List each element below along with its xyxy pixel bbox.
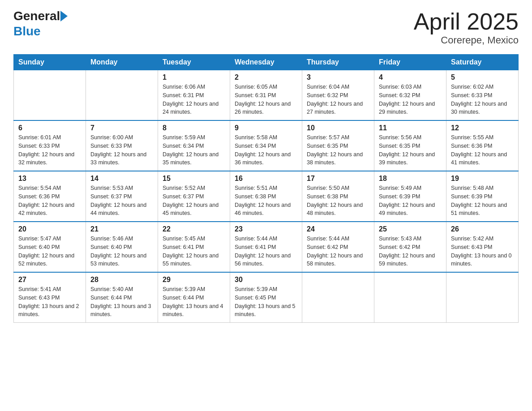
day-info: Sunrise: 5:53 AMSunset: 6:37 PMDaylight:… [90, 184, 153, 218]
day-number: 2 [235, 73, 297, 81]
day-number: 10 [307, 124, 369, 132]
calendar-cell: 8Sunrise: 5:59 AMSunset: 6:34 PMDaylight… [158, 120, 230, 171]
col-header-saturday: Saturday [446, 55, 519, 70]
day-info: Sunrise: 5:39 AMSunset: 6:44 PMDaylight:… [163, 285, 225, 319]
calendar-cell [374, 272, 446, 323]
calendar-cell: 14Sunrise: 5:53 AMSunset: 6:37 PMDayligh… [86, 171, 158, 222]
day-info: Sunrise: 5:48 AMSunset: 6:39 PMDaylight:… [451, 184, 514, 218]
col-header-wednesday: Wednesday [230, 55, 302, 70]
day-info: Sunrise: 5:41 AMSunset: 6:43 PMDaylight:… [18, 285, 81, 319]
day-number: 20 [18, 225, 81, 233]
day-info: Sunrise: 5:59 AMSunset: 6:34 PMDaylight:… [163, 133, 225, 167]
day-number: 30 [235, 276, 297, 284]
calendar-cell: 21Sunrise: 5:46 AMSunset: 6:40 PMDayligh… [86, 222, 158, 272]
day-info: Sunrise: 5:57 AMSunset: 6:35 PMDaylight:… [307, 133, 369, 167]
day-number: 12 [451, 124, 514, 132]
day-info: Sunrise: 5:43 AMSunset: 6:42 PMDaylight:… [379, 235, 442, 268]
logo-general-text: General [13, 9, 60, 23]
col-header-sunday: Sunday [14, 55, 86, 70]
logo-triangle-icon [60, 11, 68, 21]
day-info: Sunrise: 5:56 AMSunset: 6:35 PMDaylight:… [379, 133, 442, 167]
day-number: 7 [90, 124, 153, 132]
day-number: 23 [235, 225, 297, 233]
day-number: 17 [307, 175, 369, 183]
calendar-cell: 30Sunrise: 5:39 AMSunset: 6:45 PMDayligh… [230, 272, 302, 323]
calendar-cell: 1Sunrise: 6:06 AMSunset: 6:31 PMDaylight… [158, 70, 230, 121]
calendar-week-row: 20Sunrise: 5:47 AMSunset: 6:40 PMDayligh… [14, 222, 519, 272]
day-number: 13 [18, 175, 81, 183]
calendar-cell: 9Sunrise: 5:58 AMSunset: 6:34 PMDaylight… [230, 120, 302, 171]
calendar-cell [446, 272, 519, 323]
day-info: Sunrise: 5:58 AMSunset: 6:34 PMDaylight:… [235, 133, 297, 167]
calendar-cell: 16Sunrise: 5:51 AMSunset: 6:38 PMDayligh… [230, 171, 302, 222]
calendar-cell: 19Sunrise: 5:48 AMSunset: 6:39 PMDayligh… [446, 171, 519, 222]
calendar-cell: 22Sunrise: 5:45 AMSunset: 6:41 PMDayligh… [158, 222, 230, 272]
day-number: 19 [451, 175, 514, 183]
calendar-cell: 24Sunrise: 5:44 AMSunset: 6:42 PMDayligh… [302, 222, 374, 272]
day-info: Sunrise: 6:06 AMSunset: 6:31 PMDaylight:… [163, 83, 225, 116]
day-number: 6 [18, 124, 81, 132]
calendar-cell: 17Sunrise: 5:50 AMSunset: 6:38 PMDayligh… [302, 171, 374, 222]
day-info: Sunrise: 5:39 AMSunset: 6:45 PMDaylight:… [235, 285, 297, 319]
calendar-cell: 2Sunrise: 6:05 AMSunset: 6:31 PMDaylight… [230, 70, 302, 121]
day-info: Sunrise: 5:55 AMSunset: 6:36 PMDaylight:… [451, 133, 514, 167]
calendar-cell: 10Sunrise: 5:57 AMSunset: 6:35 PMDayligh… [302, 120, 374, 171]
day-number: 26 [451, 225, 514, 233]
day-number: 5 [451, 73, 514, 81]
month-year-title: April 2025 [414, 9, 519, 34]
calendar-week-row: 13Sunrise: 5:54 AMSunset: 6:36 PMDayligh… [14, 171, 519, 222]
calendar-cell: 28Sunrise: 5:40 AMSunset: 6:44 PMDayligh… [86, 272, 158, 323]
calendar-cell: 7Sunrise: 6:00 AMSunset: 6:33 PMDaylight… [86, 120, 158, 171]
day-info: Sunrise: 6:04 AMSunset: 6:32 PMDaylight:… [307, 83, 369, 116]
calendar-cell: 12Sunrise: 5:55 AMSunset: 6:36 PMDayligh… [446, 120, 519, 171]
calendar-cell: 6Sunrise: 6:01 AMSunset: 6:33 PMDaylight… [14, 120, 86, 171]
calendar-cell: 13Sunrise: 5:54 AMSunset: 6:36 PMDayligh… [14, 171, 86, 222]
calendar-cell: 23Sunrise: 5:44 AMSunset: 6:41 PMDayligh… [230, 222, 302, 272]
calendar-cell: 18Sunrise: 5:49 AMSunset: 6:39 PMDayligh… [374, 171, 446, 222]
logo: General Blue [13, 9, 68, 39]
calendar-cell: 15Sunrise: 5:52 AMSunset: 6:37 PMDayligh… [158, 171, 230, 222]
day-info: Sunrise: 5:40 AMSunset: 6:44 PMDaylight:… [90, 285, 153, 319]
day-number: 4 [379, 73, 442, 81]
day-info: Sunrise: 5:54 AMSunset: 6:36 PMDaylight:… [18, 184, 81, 218]
day-number: 27 [18, 276, 81, 284]
calendar-cell: 25Sunrise: 5:43 AMSunset: 6:42 PMDayligh… [374, 222, 446, 272]
day-number: 11 [379, 124, 442, 132]
col-header-monday: Monday [86, 55, 158, 70]
day-info: Sunrise: 5:45 AMSunset: 6:41 PMDaylight:… [163, 235, 225, 268]
day-info: Sunrise: 5:47 AMSunset: 6:40 PMDaylight:… [18, 235, 81, 268]
calendar-cell: 11Sunrise: 5:56 AMSunset: 6:35 PMDayligh… [374, 120, 446, 171]
day-number: 18 [379, 175, 442, 183]
calendar-cell: 5Sunrise: 6:02 AMSunset: 6:33 PMDaylight… [446, 70, 519, 121]
day-number: 25 [379, 225, 442, 233]
day-info: Sunrise: 5:44 AMSunset: 6:42 PMDaylight:… [307, 235, 369, 268]
logo-blue-text: Blue [13, 24, 41, 39]
day-number: 24 [307, 225, 369, 233]
day-info: Sunrise: 5:52 AMSunset: 6:37 PMDaylight:… [163, 184, 225, 218]
calendar-cell [86, 70, 158, 121]
day-info: Sunrise: 5:44 AMSunset: 6:41 PMDaylight:… [235, 235, 297, 268]
calendar-week-row: 27Sunrise: 5:41 AMSunset: 6:43 PMDayligh… [14, 272, 519, 323]
page-header: General Blue April 2025 Corerepe, Mexico [13, 9, 519, 46]
day-info: Sunrise: 6:05 AMSunset: 6:31 PMDaylight:… [235, 83, 297, 116]
day-number: 9 [235, 124, 297, 132]
title-block: April 2025 Corerepe, Mexico [414, 9, 519, 46]
col-header-tuesday: Tuesday [158, 55, 230, 70]
day-info: Sunrise: 6:01 AMSunset: 6:33 PMDaylight:… [18, 133, 81, 167]
calendar-table: SundayMondayTuesdayWednesdayThursdayFrid… [13, 54, 519, 323]
calendar-cell: 27Sunrise: 5:41 AMSunset: 6:43 PMDayligh… [14, 272, 86, 323]
day-info: Sunrise: 5:51 AMSunset: 6:38 PMDaylight:… [235, 184, 297, 218]
day-number: 22 [163, 225, 225, 233]
day-number: 15 [163, 175, 225, 183]
day-info: Sunrise: 6:00 AMSunset: 6:33 PMDaylight:… [90, 133, 153, 167]
calendar-cell [14, 70, 86, 121]
day-info: Sunrise: 6:02 AMSunset: 6:33 PMDaylight:… [451, 83, 514, 116]
calendar-week-row: 1Sunrise: 6:06 AMSunset: 6:31 PMDaylight… [14, 70, 519, 121]
day-info: Sunrise: 5:49 AMSunset: 6:39 PMDaylight:… [379, 184, 442, 218]
day-info: Sunrise: 5:50 AMSunset: 6:38 PMDaylight:… [307, 184, 369, 218]
day-number: 14 [90, 175, 153, 183]
calendar-cell [302, 272, 374, 323]
calendar-cell: 20Sunrise: 5:47 AMSunset: 6:40 PMDayligh… [14, 222, 86, 272]
col-header-friday: Friday [374, 55, 446, 70]
day-info: Sunrise: 5:46 AMSunset: 6:40 PMDaylight:… [90, 235, 153, 268]
